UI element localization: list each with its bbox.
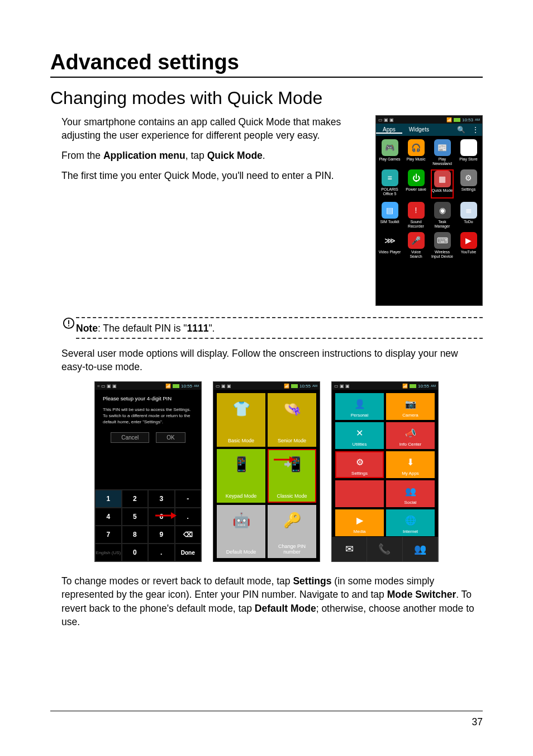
mail-icon[interactable]: ✉: [332, 537, 367, 561]
paragraph-change-modes: To change modes or revert back to defaul…: [61, 574, 483, 629]
screenshot-mode-selection: ▭ ▣ ▣ 📶 10:55AM 👕Basic Mode👒Senior Mode📱…: [213, 381, 320, 562]
note-body: Note: The default PIN is "1111".: [76, 317, 483, 339]
mode-basic-mode[interactable]: 👕Basic Mode: [217, 393, 265, 447]
search-icon[interactable]: 🔍: [454, 126, 469, 134]
tile-icon: 📣: [402, 426, 419, 441]
key-3[interactable]: 3: [148, 490, 175, 508]
app-youtube[interactable]: ▶YouTube: [457, 232, 480, 259]
app-label: Play Games: [378, 157, 401, 166]
app-icon: ▶: [460, 139, 477, 156]
mode-default-mode[interactable]: 🤖Default Mode: [217, 505, 265, 559]
key-.[interactable]: .: [175, 508, 202, 526]
app-settings[interactable]: ⚙Settings: [457, 169, 480, 199]
mode-icon: 🤖: [230, 509, 253, 532]
app-label: Sound Recorder: [404, 220, 427, 229]
status-right: 📶 10:55AM: [165, 384, 199, 389]
tile-blank[interactable]: [335, 480, 384, 507]
app-quick-mode[interactable]: ▦Quick Mode: [431, 169, 454, 199]
tile-label: Personal: [351, 413, 369, 418]
tab-apps[interactable]: Apps: [376, 126, 402, 134]
key-7[interactable]: 7: [95, 526, 122, 544]
app-play-games[interactable]: 🎮Play Games: [378, 139, 401, 166]
key-⌫[interactable]: ⌫: [175, 526, 202, 544]
key-9[interactable]: 9: [148, 526, 175, 544]
tile-my-apps[interactable]: ⬇My Apps: [386, 451, 435, 478]
mode-icon: 👒: [281, 398, 303, 420]
screenshot-app-drawer: ▭ ▣ ▣ 📶 10:53AM Apps Widgets 🔍 ⋮ 🎮Play G…: [375, 115, 483, 306]
app-play-store[interactable]: ▶Play Store: [457, 139, 480, 166]
contacts-icon[interactable]: 👥: [403, 537, 438, 561]
app-play-newsstand[interactable]: 📰Play Newsstand: [431, 139, 454, 166]
app-wireless-input-device[interactable]: ⌨Wireless Input Device: [431, 232, 454, 259]
tile-internet[interactable]: 🌐Internet: [386, 509, 435, 536]
wifi-icon: 📶: [165, 384, 171, 389]
key-2[interactable]: 2: [122, 490, 149, 508]
tile-camera[interactable]: 📷Camera: [386, 393, 435, 420]
key-6[interactable]: 6: [148, 508, 175, 526]
status-left-icons: ▭ ▣ ▣: [378, 117, 394, 122]
ok-button[interactable]: OK: [156, 432, 185, 443]
key-4[interactable]: 4: [95, 508, 122, 526]
key-5[interactable]: 5: [122, 508, 149, 526]
app-sound-recorder[interactable]: !Sound Recorder: [404, 202, 427, 229]
screenshot-easy-home: ▭ ▣ ▣ 📶 10:55AM 👤Personal📷Camera✕Utiliti…: [331, 381, 439, 562]
app-task-manager[interactable]: ◉Task Manager: [431, 202, 454, 229]
tile-info-center[interactable]: 📣Info Center: [386, 422, 435, 449]
status-right: 📶 10:55AM: [402, 384, 436, 389]
tile-utilities[interactable]: ✕Utilities: [335, 422, 384, 449]
tile-social[interactable]: 👥Social: [386, 480, 435, 507]
tile-settings[interactable]: ⚙Settings: [335, 451, 384, 478]
key-lang[interactable]: English (US): [95, 544, 122, 561]
tab-widgets[interactable]: Widgets: [402, 126, 436, 134]
key-done[interactable]: Done: [175, 544, 202, 561]
tile-label: Internet: [403, 529, 418, 534]
key-1[interactable]: 1: [95, 490, 122, 508]
phone-icon[interactable]: 📞: [367, 537, 402, 561]
app-sim-toolkit[interactable]: ▤SIM Toolkit: [378, 202, 401, 229]
status-time: 10:53: [462, 117, 473, 122]
app-label: Power save: [404, 187, 427, 196]
app-label: Play Music: [404, 157, 427, 166]
cancel-button[interactable]: Cancel: [111, 432, 149, 443]
mode-label: Keypad Mode: [226, 493, 257, 499]
mode-label: Basic Mode: [228, 438, 254, 443]
footer-rule: [50, 711, 483, 711]
key-dot[interactable]: .: [148, 544, 175, 561]
heading-changing-modes: Changing modes with Quick Mode: [50, 88, 483, 108]
tile-label: Utilities: [353, 442, 367, 447]
app-polaris-office-5[interactable]: ≡POLARIS Office 5: [378, 169, 401, 199]
battery-icon: [410, 384, 416, 388]
mode-icon: 🔑: [281, 509, 303, 532]
app-voice-search[interactable]: 🎤Voice Search: [404, 232, 427, 259]
mode-icon: 📱: [230, 453, 253, 476]
tile-label: My Apps: [402, 471, 419, 476]
tile-icon: 👤: [351, 396, 368, 412]
status-ampm: AM: [431, 384, 436, 388]
page-number: 37: [472, 716, 483, 728]
tile-icon: ⬇: [402, 455, 419, 470]
battery-icon: [173, 384, 179, 388]
menu-icon[interactable]: ⋮: [469, 126, 482, 134]
app-power-save[interactable]: ⏻Power save: [404, 169, 427, 199]
app-icon: ▶: [460, 232, 477, 249]
mode-classic-mode[interactable]: 📲Classic Mode: [268, 449, 316, 503]
text-bold: Mode Switcher: [387, 589, 456, 600]
app-label: POLARIS Office 5: [378, 187, 401, 196]
app-video-player[interactable]: ⋙Video Player: [378, 232, 401, 259]
app-play-music[interactable]: 🎧Play Music: [404, 139, 427, 166]
key--[interactable]: -: [175, 490, 202, 508]
mode-keypad-mode[interactable]: 📱Keypad Mode: [217, 449, 265, 503]
status-time: 10:55: [418, 384, 429, 389]
app-todo[interactable]: ≣ToDo: [457, 202, 480, 229]
note-text: Note: The default PIN is "1111".: [76, 320, 483, 334]
paragraph-options-display: Several user mode options will display. …: [61, 347, 483, 374]
key-0[interactable]: 0: [122, 544, 149, 561]
tile-personal[interactable]: 👤Personal: [335, 393, 384, 420]
mode-senior-mode[interactable]: 👒Senior Mode: [268, 393, 316, 447]
mode-change-pin-number[interactable]: 🔑Change PIN number: [268, 505, 316, 559]
tile-media[interactable]: ▶Media: [335, 509, 384, 536]
pin-heading: Please setup your 4-digit PIN: [95, 390, 201, 404]
app-icon: ⋙: [382, 232, 398, 249]
mode-label: Senior Mode: [278, 438, 306, 443]
key-8[interactable]: 8: [122, 526, 149, 544]
